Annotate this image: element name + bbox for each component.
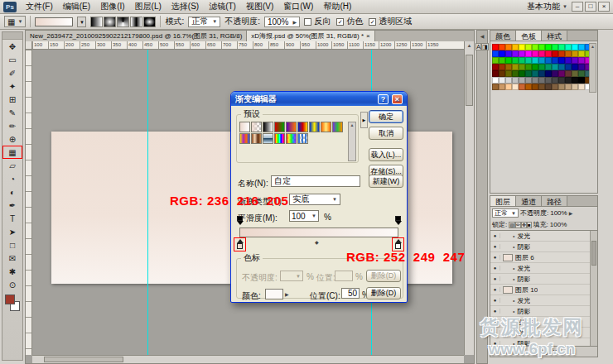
crop-tool[interactable]: ⊞ (2, 93, 22, 106)
smoothness-input[interactable]: 100 ▼ (289, 210, 319, 222)
color-swatch[interactable] (552, 64, 558, 70)
color-swatch[interactable] (545, 50, 552, 57)
effect-row[interactable]: ●•阴影 (490, 242, 597, 252)
visibility-eye-icon[interactable]: ● (490, 233, 500, 238)
preset-violet-orange[interactable] (286, 122, 297, 132)
color-swatch[interactable] (552, 77, 558, 84)
color-swatch[interactable] (558, 50, 565, 57)
color-swatch[interactable] (532, 64, 538, 70)
color-swatch[interactable] (572, 44, 578, 50)
visibility-eye-icon[interactable]: ● (490, 276, 500, 281)
document-tab-1[interactable]: xD海报.psd @ 50%(图层 31, RGB/8) *× (247, 31, 374, 41)
color-swatch[interactable] (525, 77, 532, 84)
preset-red-green[interactable] (274, 122, 285, 132)
color-swatch[interactable] (499, 77, 505, 84)
color-location-input[interactable]: 50 (341, 288, 360, 299)
linear-gradient-button[interactable] (90, 17, 103, 27)
color-swatch[interactable] (512, 44, 519, 50)
lasso-tool[interactable]: ✐ (2, 66, 22, 79)
color-swatch[interactable] (505, 84, 512, 90)
menubar-item-8[interactable]: 帮助(H) (318, 0, 356, 14)
checkbox-icon[interactable]: ✓ (369, 18, 376, 26)
effect-row[interactable]: ●•发光 (490, 295, 597, 306)
color-swatch[interactable] (538, 44, 545, 50)
color-swatch[interactable] (505, 64, 512, 70)
new-gradient-button[interactable]: 新建(W) (369, 175, 403, 188)
mode-select[interactable]: 正常 ▼ (188, 17, 220, 27)
color-swatch[interactable] (519, 84, 525, 90)
menubar-item-4[interactable]: 选择(S) (167, 0, 204, 14)
stop-color-swatch[interactable] (265, 289, 283, 299)
fill-value[interactable]: 100% (550, 221, 567, 228)
color-swatch[interactable] (558, 64, 565, 70)
color-swatch[interactable] (538, 77, 545, 84)
blur-tool[interactable]: ◔ (2, 172, 22, 185)
scrollbar-thumb[interactable] (466, 55, 473, 106)
color-swatch[interactable] (532, 70, 538, 77)
menubar-item-1[interactable]: 编辑(E) (58, 0, 95, 14)
load-button[interactable]: 载入(L)... (369, 148, 403, 161)
color-swatch[interactable] (505, 70, 512, 77)
lock-all-icon[interactable]: ■ (527, 222, 532, 228)
opacity-stop-left[interactable] (236, 216, 244, 225)
gradient-midpoint-icon[interactable]: ◆ (315, 239, 319, 245)
preset-copper[interactable] (251, 133, 262, 144)
opacity-stop-right[interactable] (394, 216, 402, 225)
color-swatch[interactable] (565, 50, 572, 57)
gradient-tool[interactable]: ▦ (2, 146, 22, 159)
checkbox-icon[interactable]: ✓ (336, 18, 344, 26)
color-swatch[interactable] (572, 77, 578, 84)
color-swatch[interactable] (519, 50, 525, 57)
color-swatch[interactable] (565, 64, 572, 70)
color-swatch[interactable] (552, 44, 558, 50)
color-swatch[interactable] (532, 77, 538, 84)
visibility-eye-icon[interactable]: ● (490, 266, 500, 271)
tab-close-icon[interactable]: × (366, 32, 370, 40)
radial-gradient-button[interactable] (104, 17, 116, 27)
preset-orange-yellow-orange[interactable] (321, 122, 331, 132)
preset-yellow-violet-orange-blue[interactable] (239, 133, 250, 144)
visibility-eye-icon[interactable]: ● (490, 298, 500, 303)
color-swatch[interactable] (525, 57, 532, 64)
scrollbar-thumb[interactable] (44, 357, 123, 362)
color-swatch[interactable] (558, 57, 565, 64)
color-swatch[interactable] (505, 57, 512, 64)
path-selection-tool[interactable]: ➤ (2, 225, 22, 238)
visibility-eye-icon[interactable]: ● (490, 309, 500, 314)
option-checkbox-1[interactable]: ✓仿色 (336, 16, 363, 27)
tool-preset-picker[interactable]: ▦ ▼ (4, 16, 26, 27)
presets-scrollbar[interactable]: ▲ (348, 122, 356, 161)
opacity-select[interactable]: 100% ▶ (264, 17, 300, 27)
color-swatch[interactable] (525, 44, 532, 50)
color-swatch[interactable] (492, 44, 499, 50)
pen-tool[interactable]: ✒ (2, 199, 22, 212)
color-swatch[interactable] (565, 70, 572, 77)
brush-tool[interactable]: ✏ (2, 119, 22, 132)
color-swatch[interactable] (519, 70, 525, 77)
effect-row[interactable]: ●•发光 (490, 263, 597, 274)
color-swatch[interactable] (519, 64, 525, 70)
color-swatch[interactable] (505, 50, 512, 57)
color-swatch[interactable] (525, 50, 532, 57)
color-swatch[interactable] (499, 50, 505, 57)
color-swatch[interactable] (578, 44, 585, 50)
gradient-preview[interactable] (35, 17, 73, 26)
checkbox-icon[interactable] (304, 18, 311, 26)
preset-fg-to-transparent[interactable] (251, 122, 262, 132)
swatches-tab-2[interactable]: 样式 (542, 31, 567, 41)
preset-transparent-stripes[interactable] (297, 133, 308, 144)
color-swatch[interactable] (578, 64, 585, 70)
color-swatch[interactable] (538, 84, 545, 90)
dialog-help-button[interactable]: ? (378, 94, 389, 104)
color-swatch[interactable] (505, 77, 512, 84)
visibility-eye-icon[interactable]: ● (490, 244, 500, 249)
gradient-picker-arrow[interactable]: ▼ (77, 17, 86, 27)
chevron-right-icon[interactable]: ▶ (285, 291, 289, 297)
color-swatch[interactable] (538, 50, 545, 57)
color-swatch[interactable] (499, 44, 505, 50)
color-swatch[interactable] (499, 70, 505, 77)
color-swatch[interactable] (578, 84, 585, 90)
color-swatch[interactable] (565, 77, 572, 84)
color-swatch[interactable] (492, 77, 499, 84)
layers-opacity-value[interactable]: 100% (550, 209, 567, 217)
